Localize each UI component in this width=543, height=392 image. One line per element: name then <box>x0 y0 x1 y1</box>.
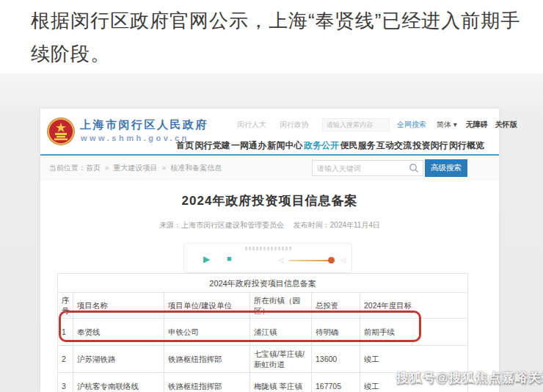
column-header: 序号 <box>58 293 73 319</box>
table-cell: 浦江镇 <box>250 319 312 346</box>
volume-slider-track[interactable] <box>288 260 334 261</box>
nav-item[interactable]: 新闻中心 <box>268 139 303 152</box>
table-caption: 2024年政府投资项目信息备案 <box>58 274 468 293</box>
volume-low-icon: ◁ <box>278 256 283 264</box>
table-caption-row: 2024年政府投资项目信息备案 <box>58 274 468 293</box>
language-select[interactable]: 简体 ▾ <box>437 120 457 130</box>
volume-slider-handle[interactable] <box>328 257 335 264</box>
table-cell: 七宝镇/莘庄镇/新虹街道 <box>250 346 312 373</box>
play-icon[interactable]: ▶ <box>203 254 210 264</box>
nav-item[interactable]: 便民服务 <box>340 139 376 152</box>
keyword-search-input[interactable] <box>312 160 423 176</box>
table-cell: 铁路枢纽指挥部 <box>164 373 250 392</box>
breadcrumb-item[interactable]: 核准和备案信息 <box>170 164 222 172</box>
nav-item[interactable]: 一网通办 <box>231 139 266 152</box>
table-cell: 沪杭客专南联络线 <box>73 373 164 392</box>
table-row: 2沪苏湖铁路铁路枢纽指挥部七宝镇/莘庄镇/新虹街道13600竣工 <box>58 346 468 373</box>
table-cell: 1 <box>58 319 73 346</box>
table-cell: 前期手续 <box>360 319 468 346</box>
table-cell: 2 <box>58 346 73 373</box>
breadcrumb: 当前位置：首页»重大建设项目»核准和备案信息 <box>49 163 222 173</box>
nav-item[interactable]: 闵行党建 <box>195 139 230 152</box>
advanced-search-button[interactable]: 高级搜索 <box>425 159 467 177</box>
breadcrumb-bar: 当前位置：首页»重大建设项目»核准和备案信息 高级搜索 <box>40 156 499 181</box>
accessibility-link[interactable]: 无障碍 <box>466 120 488 130</box>
breadcrumb-separator: » <box>105 164 109 172</box>
page-publish-time: 发布时间：2024年11月4日 <box>294 221 380 229</box>
player-caption <box>245 247 292 250</box>
page-meta: 来源：上海市闵行区建设和管理委员会 发布时间：2024年11月4日 <box>40 220 499 231</box>
site-search-button[interactable]: 全网搜索 <box>397 120 426 130</box>
column-header: 项目单位/建设单位 <box>164 293 250 319</box>
table-cell: 167705 <box>312 373 360 392</box>
table-row: 1奉贤线申铁公司浦江镇待明确前期手续 <box>58 319 468 346</box>
column-header: 项目名称 <box>73 293 164 319</box>
breadcrumb-item[interactable]: 首页 <box>86 164 101 172</box>
audio-player: ▶ ■ ◁ ◁ <box>183 243 352 273</box>
site-title[interactable]: 上海市闵行区人民政府 <box>80 118 208 132</box>
nav-item[interactable]: 政务公开 <box>304 139 339 152</box>
breadcrumb-prefix: 当前位置： <box>49 164 86 172</box>
utility-link[interactable]: 闵行政协 <box>280 120 309 130</box>
column-header: 总投资 <box>312 293 360 319</box>
main-nav: 首页闵行党建一网通办新闻中心政务公开便民服务互动交流投资闵行闵行概览 <box>176 138 484 153</box>
table-cell: 竣工 <box>360 346 468 373</box>
site-header: 上海市闵行区人民政府 www.shmh.gov.cn 闵行人大 闵行政协 全网搜… <box>40 109 499 154</box>
nav-item[interactable]: 互动交流 <box>376 139 412 152</box>
nav-item[interactable]: 首页 <box>176 139 194 152</box>
page-title: 2024年政府投资项目信息备案 <box>40 192 499 209</box>
table-cell: 梅陇镇 莘庄镇 <box>250 373 312 392</box>
watermark-text: 搜狐号@搜狐焦点嘉峪关站 <box>396 369 543 386</box>
site-url: www.shmh.gov.cn <box>81 134 189 142</box>
table-cell: 申铁公司 <box>164 319 250 346</box>
article-intro-text: 根据闵行区政府官网公示，上海“奉贤线”已经进入前期手续阶段。 <box>31 4 522 70</box>
table-header-row: 序号项目名称项目单位/建设单位所在街镇（园区）总投资2024年度目标 <box>58 293 468 319</box>
page-source: 来源：上海市闵行区建设和管理委员会 <box>159 221 284 229</box>
site-search-input[interactable] <box>322 118 390 131</box>
utility-link[interactable]: 闵行人大 <box>237 120 266 130</box>
table-cell: 沪苏湖铁路 <box>73 346 164 373</box>
breadcrumb-items: 首页»重大建设项目»核准和备案信息 <box>86 164 222 172</box>
breadcrumb-separator: » <box>162 164 167 172</box>
nav-item[interactable]: 投资闵行 <box>413 139 448 152</box>
volume-high-icon: ◁ <box>340 256 346 264</box>
table-cell: 铁路枢纽指挥部 <box>164 346 250 373</box>
nav-item[interactable]: 闵行概览 <box>449 139 484 152</box>
column-header: 2024年度目标 <box>360 293 468 319</box>
table-cell: 待明确 <box>312 319 360 346</box>
table-cell: 3 <box>58 373 73 392</box>
table-cell: 奉贤线 <box>73 319 164 346</box>
utility-bar: 闵行人大 闵行政协 全网搜索 简体 ▾ 无障碍 关怀版 <box>237 117 494 132</box>
care-version-link[interactable]: 关怀版 <box>495 120 517 130</box>
national-emblem-icon <box>46 117 76 146</box>
gov-site-screenshot: 上海市闵行区人民政府 www.shmh.gov.cn 闵行人大 闵行政协 全网搜… <box>40 109 499 392</box>
column-header: 所在街镇（园区） <box>250 293 312 319</box>
table-cell: 13600 <box>312 346 360 373</box>
stop-icon[interactable]: ■ <box>227 254 232 263</box>
breadcrumb-item[interactable]: 重大建设项目 <box>114 164 158 172</box>
screenshot-root: 根据闵行区政府官网公示，上海“奉贤线”已经进入前期手续阶段。 上海市闵行区人民政… <box>0 0 543 392</box>
search-icon[interactable] <box>409 163 419 173</box>
